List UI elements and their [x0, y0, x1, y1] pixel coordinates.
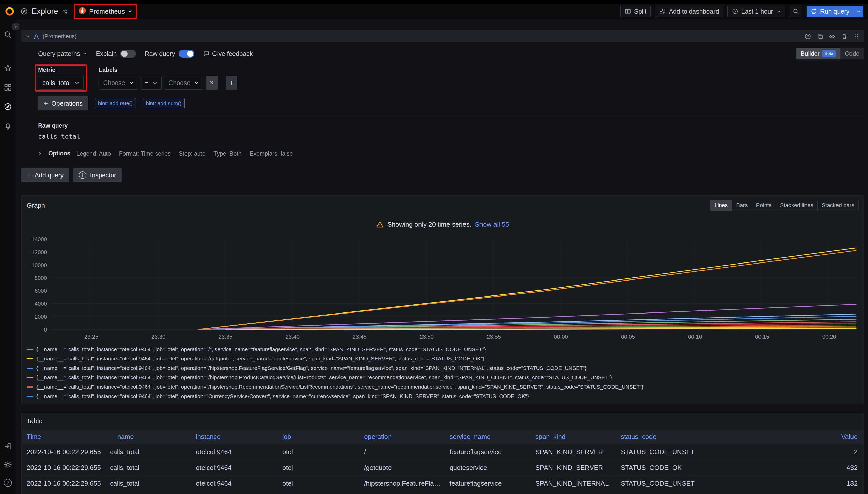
labels-label: Labels: [99, 66, 240, 73]
svg-text:2000: 2000: [35, 314, 47, 320]
code-tab[interactable]: Code: [840, 48, 864, 59]
split-button[interactable]: Split: [620, 5, 651, 17]
legend-item[interactable]: {__name__="calls_total", instance="otelc…: [27, 365, 858, 371]
builder-tab[interactable]: Builder Beta: [796, 48, 840, 59]
raw-query-preview: calls_total: [38, 133, 864, 140]
sidebar-item-starred[interactable]: [3, 63, 13, 73]
legend-item[interactable]: {__name__="calls_total", instance="otelc…: [27, 375, 858, 381]
explore-main: A (Prometheus) Query patterns Explain: [16, 19, 868, 494]
add-to-dashboard-button[interactable]: Add to dashboard: [655, 5, 723, 17]
sidebar-item-dashboards[interactable]: [3, 82, 13, 92]
time-range-picker[interactable]: Last 1 hour: [727, 5, 785, 17]
toggle-visibility-button[interactable]: [829, 33, 835, 40]
options-row: Options Legend: AutoFormat: Time seriesS…: [38, 146, 864, 160]
legend-series-marker: [27, 349, 33, 350]
compass-icon: [20, 7, 28, 15]
inspector-button[interactable]: i Inspector: [73, 168, 122, 182]
run-query-button[interactable]: Run query: [807, 5, 853, 17]
sidebar-item-help[interactable]: ?: [3, 478, 13, 488]
legend-item[interactable]: {__name__="calls_total", instance="otelc…: [27, 393, 858, 399]
table-cell: 2: [703, 444, 864, 460]
graph-mode-points[interactable]: Points: [752, 200, 776, 211]
table-cell: quoteservice: [447, 460, 532, 476]
chevron-right-icon: [38, 152, 42, 156]
chevron-down-icon: [83, 51, 87, 56]
give-feedback-button[interactable]: Give feedback: [203, 50, 253, 57]
table-cell: otelcol:9464: [193, 460, 279, 476]
column-header-value[interactable]: Value: [703, 430, 864, 444]
show-all-series-link[interactable]: Show all 55: [475, 221, 509, 228]
legend-series-label: {__name__="calls_total", instance="otelc…: [36, 365, 586, 371]
sidebar-item-alerting[interactable]: [3, 121, 13, 131]
label-key-select[interactable]: Choose: [99, 76, 138, 90]
column-header-job[interactable]: job: [279, 430, 361, 444]
column-header-span_kind[interactable]: span_kind: [532, 430, 618, 444]
column-header-__name__[interactable]: __name__: [107, 430, 193, 444]
metric-label: Metric: [38, 66, 84, 73]
share-icon[interactable]: [62, 8, 68, 15]
table-cell: /getquote: [361, 460, 447, 476]
explain-toggle[interactable]: [120, 50, 136, 58]
table-cell: SPAN_KIND_CLIENT: [532, 492, 618, 494]
hint-add-sum[interactable]: hint: add sum(): [143, 98, 185, 108]
toolbar-actions: Split Add to dashboard Last 1 hour Run q…: [620, 5, 864, 17]
query-help-button[interactable]: [804, 33, 811, 40]
metric-select[interactable]: calls_total: [38, 76, 84, 90]
table-cell: 621: [703, 492, 864, 494]
column-header-operation[interactable]: operation: [361, 430, 447, 444]
legend-series-marker: [27, 358, 33, 359]
graph-mode-stacked-bars[interactable]: Stacked bars: [817, 200, 858, 211]
sidebar-item-search[interactable]: [3, 30, 13, 40]
sidebar-expand-button[interactable]: [12, 23, 19, 31]
table-cell: calls_total: [107, 444, 193, 460]
svg-text:0: 0: [44, 326, 47, 333]
label-operator-select[interactable]: =: [141, 76, 162, 90]
svg-text:23:55: 23:55: [487, 334, 501, 340]
datasource-picker[interactable]: Prometheus: [75, 6, 135, 17]
graph-mode-lines[interactable]: Lines: [710, 200, 732, 211]
query-patterns-dropdown[interactable]: Query patterns: [38, 50, 87, 57]
label-value-select[interactable]: Choose: [164, 76, 203, 90]
column-header-service_name[interactable]: service_name: [447, 430, 532, 444]
graph-mode-bars[interactable]: Bars: [732, 200, 752, 211]
sidebar-item-settings[interactable]: [3, 459, 13, 470]
column-header-instance[interactable]: instance: [193, 430, 279, 444]
table-cell: calls_total: [107, 460, 193, 476]
svg-text:8000: 8000: [35, 275, 47, 281]
table-row: 2022-10-16 00:22:29.655calls_totalotelco…: [22, 444, 864, 460]
remove-label-button[interactable]: ×: [206, 76, 217, 90]
sidebar-item-sign-in[interactable]: [3, 441, 13, 451]
builder-code-toggle: Builder Beta Code: [796, 48, 864, 59]
sidebar-bottom: ?: [3, 441, 13, 488]
svg-text:23:35: 23:35: [218, 334, 233, 340]
drag-handle[interactable]: [853, 33, 860, 40]
graph-panel-header: Graph LinesBarsPointsStacked linesStacke…: [27, 200, 858, 211]
svg-text:00:20: 00:20: [822, 334, 836, 340]
sidebar-item-explore[interactable]: [3, 101, 13, 112]
results-table: Time__name__instancejoboperationservice_…: [22, 430, 864, 494]
zoom-out-button[interactable]: [789, 5, 802, 17]
add-query-button[interactable]: + Add query: [21, 168, 69, 182]
table-cell: STATUS_CODE_UNSET: [618, 492, 703, 494]
star-icon: [4, 64, 12, 72]
graph-mode-stacked-lines[interactable]: Stacked lines: [776, 200, 817, 211]
add-label-button[interactable]: +: [225, 76, 237, 90]
gear-icon: [4, 460, 12, 469]
options-collapse-button[interactable]: [38, 152, 42, 156]
legend-item[interactable]: {__name__="calls_total", instance="otelc…: [27, 356, 858, 362]
duplicate-query-button[interactable]: [817, 33, 823, 40]
column-header-time[interactable]: Time: [22, 430, 107, 444]
options-summary-item: Type: Both: [214, 150, 242, 157]
chevron-down-icon: [75, 80, 79, 85]
run-query-dropdown-button[interactable]: [853, 5, 864, 17]
table-cell: 2022-10-16 00:22:29.655: [22, 492, 107, 494]
metric-field-wrap: Metric calls_total: [35, 64, 87, 92]
collapse-query-button[interactable]: [25, 34, 30, 39]
column-header-status_code[interactable]: status_code: [618, 430, 703, 444]
hint-add-rate[interactable]: hint: add rate(): [95, 98, 136, 108]
legend-item[interactable]: {__name__="calls_total", instance="otelc…: [27, 384, 858, 390]
legend-item[interactable]: {__name__="calls_total", instance="otelc…: [27, 346, 858, 353]
operations-button[interactable]: + Operations: [38, 96, 88, 110]
raw-query-toggle[interactable]: [179, 50, 194, 58]
remove-query-button[interactable]: [841, 33, 848, 40]
